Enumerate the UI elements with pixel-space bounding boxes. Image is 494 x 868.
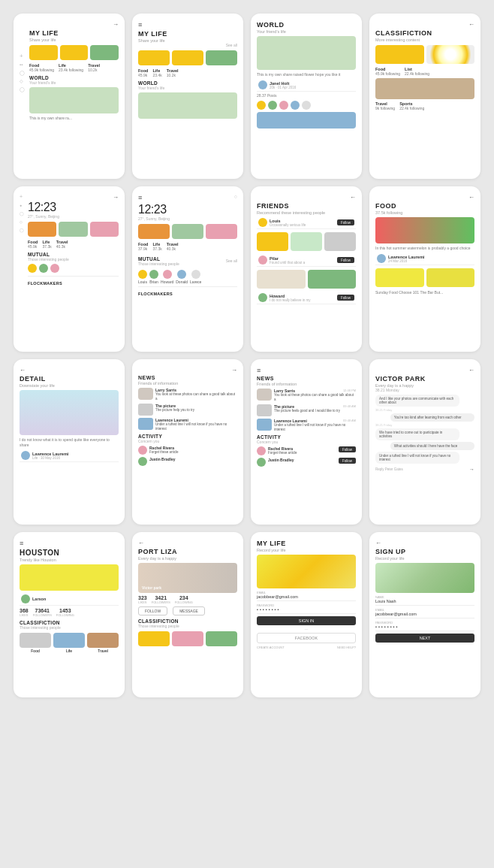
class-img2 — [426, 45, 475, 64]
signup-subtitle: Record your life — [375, 556, 474, 561]
atp1 — [257, 446, 266, 455]
chat-time1: 38.21 Friday — [375, 408, 474, 412]
life-img — [90, 45, 119, 60]
phone2-title: MY LIFE — [138, 30, 237, 38]
world-sub: Your friend's life — [29, 80, 119, 85]
class-img1 — [375, 45, 424, 64]
need-help-link[interactable]: NEED HELP? — [337, 646, 356, 649]
phone-food: ← FOOD 37.5k following In this hot summe… — [369, 186, 480, 352]
message-btn-portliza[interactable]: MESSAGE — [173, 606, 205, 615]
portliza-title: PORT LIZA — [138, 548, 237, 555]
follow-btn2[interactable]: Follow — [337, 257, 354, 263]
arrow-r6[interactable]: → — [469, 467, 474, 472]
travel-stat: Travel9k following — [375, 101, 395, 110]
ts3: Travel40.3k — [56, 240, 68, 249]
np5 — [191, 270, 200, 279]
facebook-btn[interactable]: FACEBOOK — [257, 633, 356, 643]
arrow-r2: → — [113, 194, 119, 201]
portliza-stats: 323LIKES 3421FOLLOWERS 234FOLLOWING — [138, 595, 237, 604]
phone-signin: MY LIFE Record your life EMAIL jacobbear… — [251, 532, 362, 697]
time-display2: 12:23 — [138, 203, 237, 216]
phone-news-simple: → NEWS Friends of information Larry Sarr… — [132, 359, 243, 525]
grid-icon: ▪▪ — [20, 62, 25, 67]
news1: Larry SarrisYou look at these photos can… — [138, 388, 237, 401]
ti1 — [138, 224, 170, 239]
phone-detail: ← DETAIL Downstate your life I do not kn… — [14, 359, 125, 525]
reply-link[interactable]: Reply Peter Gates — [375, 467, 403, 471]
phone-news-times: ≡ NEWS Friends of information Larry Sarr… — [251, 359, 362, 525]
see-all2[interactable]: See all — [226, 259, 237, 263]
chat2: You're too kind after learning from each… — [390, 413, 474, 422]
see-all[interactable]: See all — [226, 43, 237, 47]
stat3: Travel10.2k — [167, 68, 179, 77]
follow-btn1[interactable]: Follow — [337, 219, 354, 225]
class-label: CLASSIFICTION — [20, 620, 119, 625]
detail-title: DETAIL — [20, 375, 119, 383]
next-btn[interactable]: NEXT — [375, 634, 474, 643]
mutual-label: MUTUAL — [28, 252, 119, 257]
plus-icon: + — [20, 53, 25, 59]
chat3: We have tried to come out to participate… — [375, 428, 459, 440]
phone-houston: ≡ HOUSTON Trendy like Houston Larson 368… — [14, 532, 125, 697]
news2-subtitle: Friends of information — [257, 382, 356, 386]
houston-user: Larson — [20, 593, 119, 606]
horse-img — [375, 78, 474, 99]
menu-icon: ≡ — [138, 21, 142, 29]
news3-img — [138, 418, 153, 430]
class-sub: Those interesting people — [20, 625, 119, 630]
act-follow2[interactable]: Follow — [339, 458, 356, 464]
mutual-people — [28, 264, 119, 273]
ti2 — [172, 224, 203, 239]
circle2-icon: ◯ — [20, 86, 25, 92]
phone-signup: ← SIGN UP Record your life NAME Louis Na… — [369, 532, 480, 697]
signin-btn[interactable]: SIGN IN — [257, 616, 356, 625]
friend-imgs — [257, 232, 356, 251]
news-t1: Larry Sarris12:48 PMYou look at these ph… — [257, 389, 356, 402]
email-field: EMAIL jacobbear@gmail.com — [257, 591, 356, 601]
arrow-l3: ← — [350, 194, 356, 201]
av3 — [279, 101, 288, 110]
pl-class-sub: Those interesting people — [138, 624, 237, 628]
mp3 — [50, 264, 59, 273]
victor-title: VICTOR PARK — [375, 375, 474, 383]
food2-img — [60, 45, 89, 60]
nt1-img — [257, 389, 272, 401]
phone-time-sidebar: + ● ◯ ◇ ◯ → 12:23 27°, Sunny, Beijing Fo… — [14, 186, 125, 352]
t-img2 — [59, 222, 87, 237]
world-large-img — [138, 92, 237, 119]
detail-subtitle: Downstate your life — [20, 383, 119, 388]
np4 — [177, 270, 186, 279]
act-follow1[interactable]: Follow — [339, 446, 356, 452]
news-title: NEWS — [138, 375, 237, 380]
phone1-title: MY LIFE — [29, 29, 119, 37]
world-img — [29, 87, 119, 113]
chat-time2: 38.21 Friday — [375, 423, 474, 427]
portliza-hero: Victor park — [138, 563, 237, 593]
world-label: WORLD — [29, 75, 119, 80]
arrow-l4: ← — [468, 194, 474, 201]
news2-title: NEWS — [257, 376, 356, 381]
atp2 — [257, 458, 266, 467]
time-sub2: 27°, Sunny, Beijing — [138, 216, 237, 221]
stat-life: Life23.4k following — [59, 63, 83, 72]
password-field: PASSWORD •••••••• — [257, 603, 356, 614]
phone-port-liza: ← PORT LIZA Every day is a happy Victor … — [132, 532, 243, 697]
arrow-l5: ← — [20, 367, 26, 374]
create-account-link[interactable]: CREATE ACCOUNT — [257, 646, 285, 649]
phone-mylife-menu: ≡ MY LIFE Share your life See all Food45… — [132, 14, 243, 179]
t-img1 — [28, 222, 56, 237]
follow-btn3[interactable]: Follow — [337, 295, 354, 301]
lemons-hero — [20, 564, 119, 591]
world-hero — [257, 36, 356, 70]
circle-icon: ◯ — [20, 70, 25, 75]
phone-victor-park: ← VICTOR PARK Every day is a happy 38.21… — [369, 359, 480, 525]
time-display: 12:23 — [28, 201, 119, 214]
food-img — [29, 45, 58, 60]
detail-av — [21, 451, 30, 460]
follow-btn-portliza[interactable]: FOLLOW — [138, 606, 167, 615]
circle4-icon: ◯ — [20, 228, 24, 232]
news-t3: Lawrence Lauremi09:48 AMUnder a tufted l… — [257, 419, 356, 432]
img1 — [138, 50, 170, 65]
world-caption: This is my own share raised flower hope … — [257, 72, 356, 77]
search2-icon: ○ — [234, 194, 237, 201]
